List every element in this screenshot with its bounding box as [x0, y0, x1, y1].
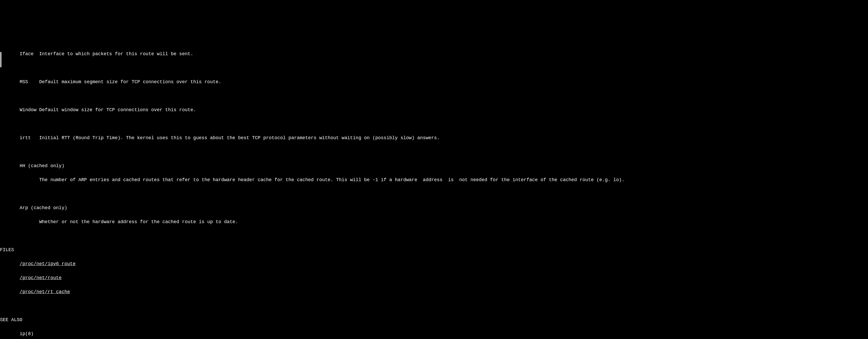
term-window: Window [20, 107, 36, 113]
term-iface: Iface [20, 51, 34, 57]
term-hh: HH (cached only) [20, 163, 65, 168]
seealso-text: ip(8) [0, 331, 868, 337]
entry-irtt: irtt Initial RTT (Round Trip Time). The … [0, 134, 868, 142]
blank-line [0, 190, 868, 197]
desc-mss: Default maximum segment size for TCP con… [39, 79, 221, 85]
entry-hh-term: HH (cached only) [0, 162, 868, 170]
desc-arp: Whether or not the hardware address for … [39, 219, 238, 224]
desc-window: Default window size for TCP connections … [39, 107, 196, 113]
file-path-1: /proc/net/route [20, 275, 62, 280]
file-link-0: /proc/net/ipv6_route [0, 260, 868, 268]
file-link-2: /proc/net/rt_cache [0, 288, 868, 296]
entry-hh-desc: The number of ARP entries and cached rou… [0, 177, 868, 184]
desc-irtt: Initial RTT (Round Trip Time). The kerne… [39, 135, 440, 141]
blank-line [0, 149, 868, 155]
blank-line [0, 65, 868, 71]
file-path-2: /proc/net/rt_cache [20, 289, 70, 295]
file-path-0: /proc/net/ipv6_route [20, 261, 76, 267]
entry-mss: MSS Default maximum segment size for TCP… [0, 79, 868, 86]
term-arp: Arp (cached only) [20, 205, 67, 211]
term-irtt: irtt [20, 135, 31, 141]
seealso-content: ip(8) [20, 331, 34, 336]
blank-line [0, 233, 868, 240]
scrollbar[interactable] [0, 52, 2, 67]
blank-line [0, 93, 868, 99]
section-files-heading: FILES [0, 246, 868, 253]
blank-line [0, 121, 868, 127]
entry-window: Window Default window size for TCP conne… [0, 106, 868, 114]
term-mss: MSS [20, 79, 28, 85]
desc-iface: Interface to which packets for this rout… [39, 51, 193, 57]
entry-arp-desc: Whether or not the hardware address for … [0, 218, 868, 225]
manpage-content: Iface Interface to which packets for thi… [0, 42, 868, 339]
blank-line [0, 303, 868, 309]
file-link-1: /proc/net/route [0, 274, 868, 281]
entry-arp-term: Arp (cached only) [0, 205, 868, 212]
desc-hh: The number of ARP entries and cached rou… [39, 177, 625, 182]
entry-iface: Iface Interface to which packets for thi… [0, 51, 868, 58]
section-seealso-heading: SEE ALSO [0, 316, 868, 323]
